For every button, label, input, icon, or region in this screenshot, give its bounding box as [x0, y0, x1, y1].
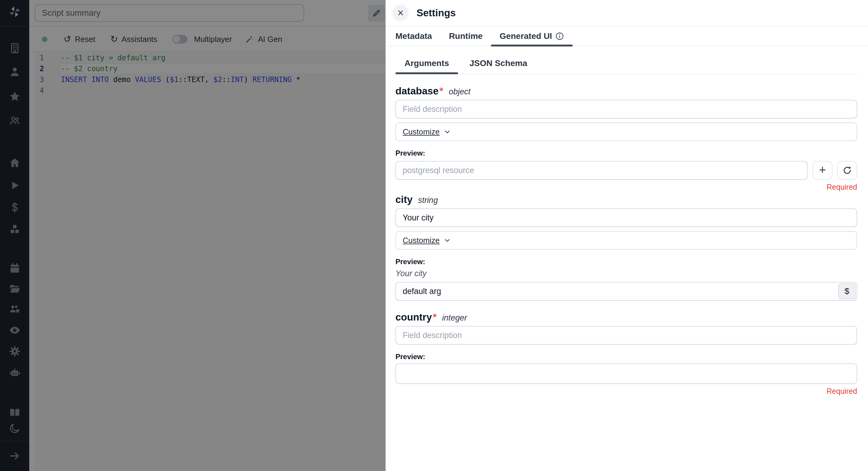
info-icon[interactable]	[555, 32, 564, 41]
customize-link[interactable]: Customize	[403, 127, 440, 137]
subtab-arguments[interactable]: Arguments	[396, 54, 458, 73]
field-country: country* integer Preview: Required	[396, 312, 857, 395]
preview-label: Preview:	[396, 353, 857, 361]
subtab-label: Arguments	[404, 59, 449, 68]
add-resource-button[interactable]: +	[812, 161, 832, 180]
refresh-icon	[842, 165, 852, 176]
database-preview-input[interactable]	[396, 161, 808, 180]
field-heading: city string	[396, 194, 857, 205]
field-database: database* object Customize Preview: +	[396, 85, 857, 192]
close-icon: ×	[397, 7, 404, 19]
database-preview-row: +	[396, 161, 857, 180]
required-asterisk: *	[439, 85, 443, 97]
settings-panel-header: × Settings	[386, 0, 868, 27]
tab-generated-ui[interactable]: Generated UI	[491, 27, 572, 46]
field-type: integer	[442, 313, 467, 323]
field-name: country	[396, 312, 432, 323]
chevron-down-icon[interactable]	[443, 128, 451, 136]
city-preview-input[interactable]	[396, 282, 857, 301]
required-hint: Required	[396, 183, 857, 192]
app-stage: ↺ Reset ↻ Assistants Multiplayer	[0, 0, 868, 471]
chevron-down-icon[interactable]	[443, 236, 451, 244]
tab-runtime[interactable]: Runtime	[440, 27, 491, 46]
database-description-input[interactable]	[396, 100, 857, 118]
preview-label: Preview:	[396, 258, 857, 266]
field-heading: database* object	[396, 85, 857, 97]
close-button[interactable]: ×	[393, 5, 409, 21]
city-preview-description: Your city	[396, 269, 857, 278]
arguments-fields: database* object Customize Preview: +	[386, 85, 868, 395]
customize-section: Customize	[396, 122, 857, 141]
customize-link[interactable]: Customize	[403, 236, 440, 245]
settings-panel: × Settings Metadata Runtime Generated UI…	[385, 0, 868, 471]
panel-title: Settings	[416, 7, 456, 19]
field-type: string	[418, 196, 438, 205]
field-name: city	[396, 194, 412, 205]
field-type: object	[449, 87, 470, 96]
dollar-icon: $	[844, 287, 849, 296]
tab-metadata[interactable]: Metadata	[396, 27, 440, 46]
field-city: city string Customize Preview: Your city…	[396, 194, 857, 301]
subtab-label: JSON Schema	[470, 59, 527, 68]
country-description-input[interactable]	[396, 326, 857, 345]
customize-section: Customize	[396, 231, 857, 250]
country-preview-input[interactable]	[396, 363, 857, 384]
variable-picker-button[interactable]: $	[838, 284, 856, 299]
field-name: database	[396, 85, 438, 97]
city-preview-wrap: $	[396, 282, 857, 301]
required-hint: Required	[396, 387, 857, 395]
refresh-resources-button[interactable]	[837, 161, 857, 180]
required-asterisk: *	[433, 312, 437, 323]
preview-label: Preview:	[396, 149, 857, 157]
city-description-input[interactable]	[396, 208, 857, 227]
plus-icon: +	[819, 164, 826, 176]
tab-label: Generated UI	[499, 31, 552, 41]
settings-tabs: Metadata Runtime Generated UI	[386, 27, 868, 47]
modal-dim-overlay[interactable]	[0, 0, 385, 471]
generated-ui-subtabs: Arguments JSON Schema	[396, 54, 857, 74]
field-heading: country* integer	[396, 312, 857, 323]
tab-label: Runtime	[449, 31, 483, 41]
subtab-json-schema[interactable]: JSON Schema	[461, 54, 536, 73]
tab-label: Metadata	[396, 31, 432, 41]
